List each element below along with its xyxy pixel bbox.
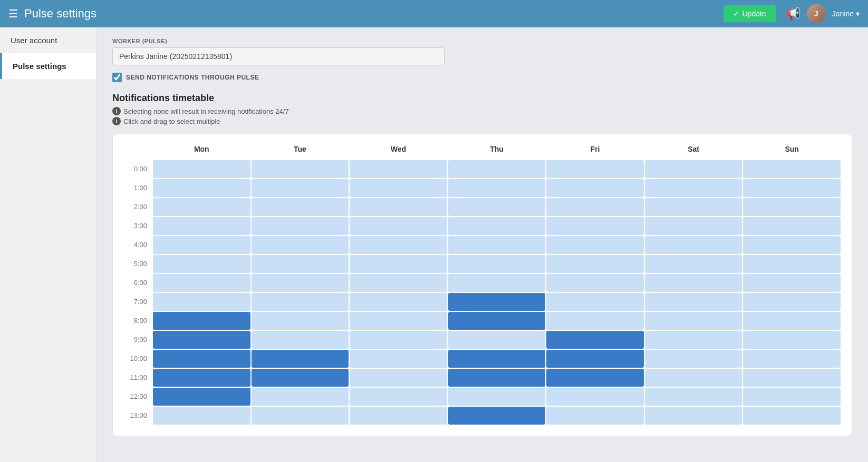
timetable-slot-tue-11:00[interactable] [252,369,349,387]
sidebar-item-user-account[interactable]: User account [0,27,96,53]
timetable-slot-thu-11:00[interactable] [448,369,546,387]
timetable-slot-sun-0:00[interactable] [743,160,841,178]
timetable-slot-fri-4:00[interactable] [546,236,644,254]
timetable-slot-sun-5:00[interactable] [743,255,841,273]
timetable-slot-mon-3:00[interactable] [153,217,250,235]
timetable-slot-tue-12:00[interactable] [252,388,349,406]
user-menu[interactable]: Janine ▾ [832,9,860,18]
timetable-slot-wed-4:00[interactable] [350,236,447,254]
timetable-slot-tue-2:00[interactable] [252,198,349,216]
timetable-slot-wed-8:00[interactable] [350,312,447,330]
timetable-slot-sun-2:00[interactable] [743,198,841,216]
timetable-slot-tue-10:00[interactable] [252,350,349,368]
timetable-slot-tue-5:00[interactable] [252,255,349,273]
timetable-slot-sun-11:00[interactable] [743,369,841,387]
timetable-slot-fri-9:00[interactable] [546,331,644,349]
timetable-slot-mon-0:00[interactable] [153,160,250,178]
timetable-slot-fri-3:00[interactable] [546,217,644,235]
timetable-slot-tue-1:00[interactable] [252,179,349,197]
timetable-slot-sun-6:00[interactable] [743,274,841,292]
timetable-slot-sat-10:00[interactable] [645,350,742,368]
timetable-slot-fri-1:00[interactable] [546,179,644,197]
timetable-slot-wed-0:00[interactable] [350,160,447,178]
megaphone-icon[interactable]: 📢 [786,7,801,21]
timetable-slot-fri-12:00[interactable] [546,388,644,406]
timetable-slot-sat-2:00[interactable] [645,198,742,216]
timetable-slot-thu-12:00[interactable] [448,388,546,406]
timetable-slot-tue-6:00[interactable] [252,274,349,292]
timetable-slot-sat-1:00[interactable] [645,179,742,197]
timetable-slot-thu-0:00[interactable] [448,160,546,178]
timetable-slot-thu-8:00[interactable] [448,312,546,330]
timetable-slot-mon-6:00[interactable] [153,274,250,292]
timetable-slot-mon-7:00[interactable] [153,293,250,311]
timetable-slot-sat-13:00[interactable] [645,407,742,425]
timetable-slot-wed-1:00[interactable] [350,179,447,197]
timetable-slot-sat-9:00[interactable] [645,331,742,349]
worker-input[interactable] [112,47,445,65]
timetable-slot-sat-11:00[interactable] [645,369,742,387]
timetable-slot-wed-11:00[interactable] [350,369,447,387]
timetable-slot-mon-9:00[interactable] [153,331,250,349]
timetable-slot-thu-1:00[interactable] [448,179,546,197]
timetable-slot-fri-13:00[interactable] [546,407,644,425]
timetable-slot-sun-12:00[interactable] [743,388,841,406]
timetable-slot-thu-13:00[interactable] [448,407,546,425]
timetable-slot-sun-3:00[interactable] [743,217,841,235]
timetable-slot-thu-3:00[interactable] [448,217,546,235]
timetable-slot-tue-0:00[interactable] [252,160,349,178]
timetable-slot-sun-8:00[interactable] [743,312,841,330]
timetable-slot-tue-13:00[interactable] [252,407,349,425]
timetable-slot-wed-6:00[interactable] [350,274,447,292]
timetable-slot-thu-2:00[interactable] [448,198,546,216]
timetable-slot-sun-7:00[interactable] [743,293,841,311]
timetable-slot-tue-9:00[interactable] [252,331,349,349]
timetable-slot-fri-10:00[interactable] [546,350,644,368]
send-notifications-checkbox[interactable] [112,73,122,82]
timetable-slot-fri-5:00[interactable] [546,255,644,273]
timetable-slot-sun-9:00[interactable] [743,331,841,349]
timetable-slot-tue-8:00[interactable] [252,312,349,330]
timetable-slot-fri-8:00[interactable] [546,312,644,330]
timetable-slot-fri-11:00[interactable] [546,369,644,387]
sidebar-item-pulse-settings[interactable]: Pulse settings [0,53,96,79]
timetable-slot-fri-7:00[interactable] [546,293,644,311]
timetable-slot-wed-2:00[interactable] [350,198,447,216]
timetable-slot-wed-5:00[interactable] [350,255,447,273]
timetable-slot-sat-3:00[interactable] [645,217,742,235]
timetable-slot-wed-12:00[interactable] [350,388,447,406]
menu-icon[interactable]: ☰ [8,7,18,20]
timetable-slot-thu-4:00[interactable] [448,236,546,254]
timetable-slot-sat-5:00[interactable] [645,255,742,273]
timetable-slot-sat-8:00[interactable] [645,312,742,330]
timetable-slot-mon-1:00[interactable] [153,179,250,197]
timetable-slot-wed-13:00[interactable] [350,407,447,425]
timetable-slot-sat-6:00[interactable] [645,274,742,292]
timetable-slot-mon-8:00[interactable] [153,312,250,330]
timetable-slot-mon-10:00[interactable] [153,350,250,368]
timetable-slot-mon-13:00[interactable] [153,407,250,425]
timetable-slot-tue-4:00[interactable] [252,236,349,254]
timetable-slot-tue-3:00[interactable] [252,217,349,235]
timetable-slot-thu-9:00[interactable] [448,331,546,349]
timetable-slot-sun-4:00[interactable] [743,236,841,254]
timetable-slot-mon-4:00[interactable] [153,236,250,254]
timetable-slot-thu-10:00[interactable] [448,350,546,368]
timetable-slot-tue-7:00[interactable] [252,293,349,311]
timetable-slot-mon-2:00[interactable] [153,198,250,216]
timetable-slot-mon-5:00[interactable] [153,255,250,273]
timetable-slot-thu-6:00[interactable] [448,274,546,292]
timetable-slot-wed-9:00[interactable] [350,331,447,349]
timetable-slot-wed-3:00[interactable] [350,217,447,235]
timetable-slot-thu-5:00[interactable] [448,255,546,273]
timetable-slot-fri-2:00[interactable] [546,198,644,216]
timetable-slot-mon-11:00[interactable] [153,369,250,387]
timetable-slot-sun-1:00[interactable] [743,179,841,197]
timetable-slot-sun-10:00[interactable] [743,350,841,368]
timetable-slot-mon-12:00[interactable] [153,388,250,406]
timetable-slot-sun-13:00[interactable] [743,407,841,425]
timetable-slot-sat-12:00[interactable] [645,388,742,406]
timetable-slot-sat-0:00[interactable] [645,160,742,178]
timetable-slot-thu-7:00[interactable] [448,293,546,311]
timetable-slot-sat-7:00[interactable] [645,293,742,311]
